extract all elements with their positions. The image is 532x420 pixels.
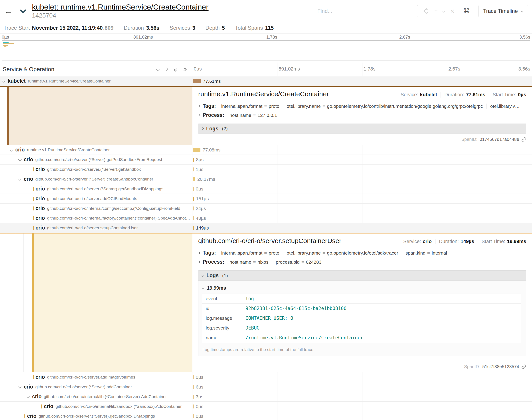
next-result-icon[interactable] — [443, 10, 445, 12]
minimap-span — [3, 45, 8, 46]
span-bar[interactable] — [193, 177, 195, 181]
span-row[interactable]: kubeletruntime.v1.RuntimeService/CreateC… — [0, 76, 532, 86]
span-bar[interactable] — [193, 79, 201, 83]
tag-item: internal.span.format=proto — [218, 250, 283, 256]
span-row[interactable]: criogithub.com/cri-o/cri-o/server.(*Serv… — [0, 411, 532, 420]
logs-toggle[interactable]: Logs(2) — [198, 123, 526, 134]
collapse-children-icon[interactable] — [18, 158, 22, 162]
span-row[interactable]: criogithub.com/cri-o/cri-o/server.(*Serv… — [0, 184, 532, 194]
logs-toggle[interactable]: Logs(1) — [198, 270, 526, 281]
span-row[interactable]: criogithub.com/cri-o/cri-o/internal/lib.… — [0, 392, 532, 402]
span-row[interactable]: criogithub.com/cri-o/cri-o/server.(*Serv… — [0, 165, 532, 174]
span-bar[interactable] — [193, 375, 194, 379]
chevron-right-icon — [198, 105, 200, 107]
span-bar[interactable] — [193, 167, 194, 171]
detail-duration: Duration:77.61ms — [440, 92, 489, 98]
trace-id: 1425704 — [32, 12, 209, 19]
collapse-header-chevron-icon[interactable] — [19, 10, 27, 13]
collapse-children-icon[interactable] — [18, 177, 22, 181]
trace-services: Services3 — [170, 25, 195, 31]
trace-duration: Duration3.56s — [124, 25, 159, 31]
span-bar[interactable] — [193, 158, 194, 162]
copy-span-link-icon[interactable] — [521, 364, 526, 369]
logs-accordion: Logs(1) 19.99ms eventlog id92b82381-025c… — [198, 270, 526, 356]
log-field-row: eventlog — [202, 294, 521, 304]
expand-all-icon[interactable] — [183, 68, 186, 71]
tags-toggle[interactable]: Tags: internal.span.format=proto otel.li… — [198, 250, 526, 256]
process-item: host.name=nixos — [226, 259, 272, 265]
process-toggle[interactable]: Process: host.name=nixos process.pid=624… — [198, 259, 526, 265]
span-bar[interactable] — [193, 148, 200, 152]
span-color-tick — [33, 187, 34, 191]
log-entry-toggle[interactable]: 19.99ms — [202, 283, 521, 294]
process-item: process.pid=624283 — [272, 259, 325, 265]
span-id-row: SpanID: 0174567d17a0448e — [198, 135, 526, 143]
span-bar[interactable] — [193, 385, 194, 389]
span-bar[interactable] — [193, 207, 194, 210]
trace-depth: Depth5 — [205, 25, 225, 31]
span-bar[interactable] — [193, 405, 194, 408]
span-row[interactable]: crioruntime.v1.RuntimeService/CreateCont… — [0, 145, 532, 155]
span-bar[interactable] — [193, 216, 194, 220]
span-row[interactable]: criogithub.com/cri-o/cri-o/server.(*Serv… — [0, 155, 532, 165]
detail-service: Service:crio — [400, 239, 435, 244]
copy-span-link-icon[interactable] — [521, 137, 526, 142]
span-detail-indent — [0, 234, 192, 372]
minimap-span — [4, 46, 6, 47]
collapse-children-icon[interactable] — [10, 148, 13, 152]
trace-title-block: kubelet: runtime.v1.RuntimeService/Creat… — [32, 3, 209, 19]
chevron-right-icon — [201, 127, 204, 130]
span-row[interactable]: criogithub.com/cri-o/cri-o/server.(*Serv… — [0, 174, 532, 184]
keyboard-shortcuts-button[interactable]: ⌘ — [460, 5, 473, 17]
tags-toggle[interactable]: Tags: internal.span.format=proto otel.li… — [198, 103, 526, 109]
find-input[interactable] — [313, 5, 418, 17]
chevron-down-icon — [521, 10, 524, 13]
trace-summary-bar: Trace Start November 15 2022, 11:19:40.8… — [0, 22, 532, 34]
trace-title-link[interactable]: kubelet: runtime.v1.RuntimeService/Creat… — [32, 3, 209, 11]
minimap-canvas[interactable] — [2, 40, 530, 61]
chevron-right-icon — [198, 114, 200, 116]
span-row[interactable]: criogithub.com/cri-o/cri-o/internal/lib/… — [0, 402, 532, 411]
back-arrow-icon[interactable]: ← — [4, 7, 13, 15]
tag-item: span.kind=internal — [402, 250, 451, 256]
span-row[interactable]: criogithub.com/cri-o/cri-o/server.addIma… — [0, 372, 532, 382]
span-row[interactable]: criogithub.com/cri-o/cri-o/server.setupC… — [0, 223, 532, 233]
span-row[interactable]: criogithub.com/cri-o/cri-o/internal/fact… — [0, 213, 532, 223]
minimap-ticks: 0µs 891.02ms 1.78s 2.67s 3.56s — [0, 34, 532, 40]
timeline-column-header: Service & Operation 0µs 891.02ms 1.78s 2… — [0, 62, 532, 76]
expand-one-icon[interactable] — [165, 67, 168, 71]
chevron-right-icon — [198, 252, 200, 254]
trace-minimap[interactable]: 0µs 891.02ms 1.78s 2.67s 3.56s — [0, 34, 532, 62]
collapse-all-icon[interactable] — [174, 68, 176, 71]
span-bar[interactable] — [193, 226, 194, 230]
collapse-one-icon[interactable] — [157, 67, 159, 71]
log-fields-table: eventlog id92b82381-025c-4a64-815c-ba2e1… — [202, 294, 521, 343]
span-color-tick — [33, 226, 34, 230]
collapse-children-icon[interactable] — [2, 79, 6, 83]
span-bar[interactable] — [193, 197, 194, 201]
view-selector-button[interactable]: Trace Timeline — [479, 5, 528, 17]
span-color-tick — [33, 197, 34, 201]
process-item: host.name=127.0.0.1 — [226, 113, 281, 118]
clear-find-icon[interactable]: × — [450, 8, 454, 15]
span-bar[interactable] — [193, 187, 194, 191]
focus-spans-icon[interactable] — [423, 8, 429, 14]
span-row[interactable]: criogithub.com/cri-o/cri-o/server.(*Serv… — [0, 382, 532, 392]
span-bar[interactable] — [193, 414, 194, 418]
collapse-children-icon[interactable] — [18, 385, 22, 389]
prev-result-icon[interactable] — [435, 10, 437, 12]
span-detail-indent — [0, 87, 192, 145]
span-detail-row: github.com/cri-o/cri-o/server.setupConta… — [0, 233, 532, 372]
span-color-tick — [33, 216, 34, 220]
span-row[interactable]: criogithub.com/cri-o/cri-o/server.addOCI… — [0, 194, 532, 204]
log-field-row: name/runtime.v1.RuntimeService/CreateCon… — [202, 333, 521, 343]
span-bar[interactable] — [193, 395, 194, 399]
log-field-row: id92b82381-025c-4a64-815c-ba2e1bb08100 — [202, 304, 521, 313]
collapse-children-icon[interactable] — [27, 395, 30, 399]
process-toggle[interactable]: Process: host.name=127.0.0.1 — [198, 112, 526, 118]
timeline-ruler: 0µs 891.02ms 1.78s 2.67s 3.56s — [192, 62, 532, 76]
span-row[interactable]: criogithub.com/cri-o/cri-o/internal/conf… — [0, 204, 532, 213]
log-timestamp: 19.99ms — [207, 285, 226, 291]
detail-start-time: Start Time:19.99ms — [478, 239, 526, 244]
view-selector-label: Trace Timeline — [483, 8, 518, 14]
